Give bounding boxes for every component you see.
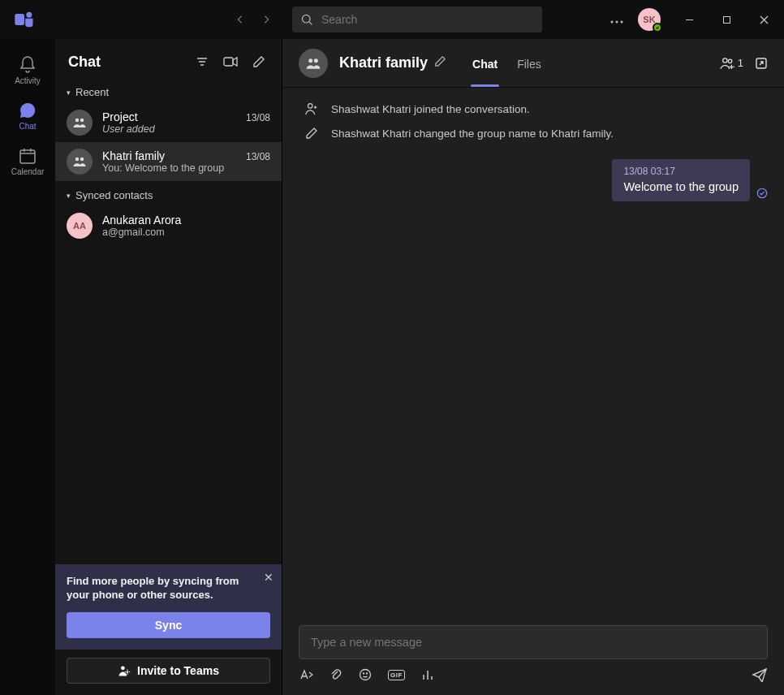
tab-files[interactable]: Files [515,53,543,87]
chat-date: 13/08 [246,151,270,162]
calendar-icon [18,146,37,166]
sync-button[interactable]: Sync [67,612,270,638]
svg-rect-8 [224,58,233,66]
chat-preview: User added [102,123,270,135]
chat-preview: You: Welcome to the group [102,162,270,174]
presence-available-icon [653,23,662,32]
sync-prompt-panel: ✕ Find more people by syncing from your … [55,564,282,650]
system-text: Shashwat Khatri changed the group name t… [331,127,614,140]
rail-item-chat[interactable]: Chat [0,93,55,138]
window-minimize-button[interactable] [670,0,708,39]
group-avatar-icon [67,110,93,136]
group-header-avatar-icon [299,49,328,78]
rail-item-calendar[interactable]: Calendar [0,138,55,183]
format-button[interactable] [299,668,313,681]
chat-name: Khatri family [102,149,165,162]
message-input[interactable] [311,636,756,649]
message-composer[interactable] [299,625,768,659]
message-list: Shashwat Khatri joined the conversation.… [282,88,784,619]
system-text: Shashwat Khatri joined the conversation. [331,103,530,115]
svg-rect-7 [20,150,35,163]
gif-button[interactable]: GIF [388,670,405,680]
search-icon [300,13,313,26]
svg-point-17 [722,58,726,62]
svg-rect-0 [15,14,24,25]
window-maximize-button[interactable] [708,0,745,39]
edit-group-name-button[interactable] [434,54,446,71]
group-name: Khatri family [339,54,428,71]
rail-item-activity[interactable]: Activity [0,47,55,93]
bell-icon [18,55,37,75]
svg-point-9 [75,119,80,123]
emoji-button[interactable] [359,668,372,681]
svg-point-14 [127,671,128,672]
chat-item-project[interactable]: Project 13/08 User added [55,103,282,142]
system-message: Shashwat Khatri joined the conversation. [299,101,768,117]
message-text: Welcome to the group [623,180,739,193]
titlebar: SK [0,0,784,39]
sent-message-bubble[interactable]: 13/08 03:17 Welcome to the group [612,159,750,201]
participants-count: 1 [738,57,743,69]
contact-name: Anukaran Arora [102,214,181,227]
section-label: Synced contacts [75,189,153,201]
invite-to-teams-button[interactable]: Invite to Teams [67,658,270,684]
contact-avatar: AA [67,213,93,239]
conversation-header: Khatri family Chat Files 1 [282,39,784,88]
rail-label: Chat [19,122,36,131]
svg-point-10 [80,119,84,123]
section-synced-contacts[interactable]: ▾ Synced contacts [55,181,282,206]
chat-date: 13/08 [246,112,270,123]
app-rail: Activity Chat Calendar [0,39,55,695]
more-menu-button[interactable] [605,8,628,31]
person-add-icon [304,101,320,117]
svg-point-11 [75,158,80,162]
svg-point-12 [80,158,84,162]
search-box[interactable] [292,6,542,32]
svg-point-18 [728,59,731,63]
attach-button[interactable] [330,668,342,681]
avatar-initials: SK [643,15,655,24]
svg-point-25 [367,673,368,674]
section-recent[interactable]: ▾ Recent [55,78,282,103]
nav-back-button[interactable] [229,8,252,31]
message-timestamp: 13/08 03:17 [623,166,739,177]
contact-email: a@gmail.com [102,227,270,238]
caret-down-icon: ▾ [67,192,71,200]
read-receipt-icon [756,188,768,201]
dismiss-sync-prompt-button[interactable]: ✕ [264,571,274,584]
window-close-button[interactable] [745,0,782,39]
user-avatar[interactable]: SK [638,8,661,31]
chat-item-khatri-family[interactable]: Khatri family 13/08 You: Welcome to the … [55,142,282,181]
svg-point-1 [26,12,32,18]
svg-point-5 [621,21,623,24]
svg-point-21 [308,104,312,108]
tab-chat[interactable]: Chat [471,53,499,87]
svg-point-15 [308,58,312,63]
popout-button[interactable] [755,57,768,70]
group-avatar-icon [67,149,93,175]
rail-label: Calendar [11,167,45,176]
filter-button[interactable] [192,52,212,71]
new-chat-button[interactable] [249,52,269,71]
svg-point-13 [121,666,125,670]
svg-point-16 [314,58,318,63]
invite-icon [118,664,131,677]
chat-list-sidebar: Chat ▾ Recent Project 13/08 [55,39,282,695]
rail-label: Activity [15,76,41,85]
svg-point-19 [730,66,732,67]
system-message: Shashwat Khatri changed the group name t… [299,125,768,141]
svg-point-23 [360,670,371,680]
sidebar-title: Chat [68,54,101,71]
teams-logo-icon [13,8,36,31]
contact-item[interactable]: AA Anukaran Arora a@gmail.com [55,206,282,245]
svg-point-4 [616,21,618,24]
search-input[interactable] [321,13,534,26]
add-participants-button[interactable]: 1 [720,57,743,70]
svg-point-24 [364,673,364,674]
meet-now-button[interactable] [220,52,241,71]
nav-forward-button[interactable] [255,8,278,31]
poll-button[interactable] [421,668,434,681]
pencil-icon [304,125,320,141]
chat-icon [18,101,37,120]
send-button[interactable] [752,667,768,682]
